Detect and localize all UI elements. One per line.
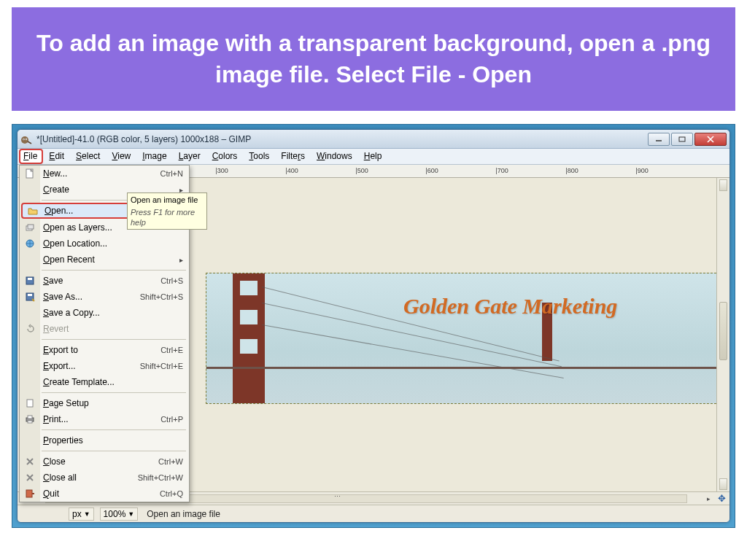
menubar: File Edit Select View Image Layer Colors… <box>18 149 729 165</box>
ruler-label: |600 <box>425 167 438 174</box>
tooltip-hint: Press F1 for more help <box>131 207 204 228</box>
menu-edit[interactable]: Edit <box>43 149 70 164</box>
titlebar: *[Untitled]-41.0 (RGB color, 5 layers) 1… <box>18 130 729 149</box>
svg-rect-17 <box>28 416 32 419</box>
tooltip-open-image: Open an image file Press F1 for more hel… <box>127 192 207 230</box>
svg-rect-9 <box>28 225 34 229</box>
menu-item-shortcut: Shift+Ctrl+E <box>140 362 183 370</box>
save-icon <box>24 275 36 287</box>
tooltip-title: Open an image file <box>131 195 198 204</box>
bridge-tower-graphic <box>233 273 265 404</box>
menu-separator <box>42 451 186 451</box>
gimp-window: *[Untitled]-41.0 (RGB color, 5 layers) 1… <box>17 129 730 523</box>
menu-item-label: Export to <box>43 345 78 355</box>
file-menu-export-to[interactable]: Export toCtrl+E <box>20 342 189 358</box>
menu-item-shortcut: Shift+Ctrl+S <box>140 292 183 301</box>
file-menu-print[interactable]: Print...Ctrl+P <box>20 411 189 427</box>
menu-item-label: New... <box>43 168 67 179</box>
vscroll-thumb[interactable] <box>719 302 727 360</box>
file-menu-open-recent[interactable]: Open Recent <box>20 252 189 268</box>
chevron-down-icon: ▼ <box>84 510 90 518</box>
zoom-selector[interactable]: 100% ▼ <box>100 508 139 521</box>
menu-item-label: Open Recent <box>43 254 95 265</box>
ruler-label: |400 <box>285 167 298 174</box>
layers-icon <box>24 222 36 233</box>
close-button[interactable] <box>694 133 727 146</box>
menu-windows[interactable]: Windows <box>311 149 358 164</box>
menu-separator <box>42 429 186 430</box>
menu-image[interactable]: Image <box>136 149 172 164</box>
menu-item-label: Page Setup <box>43 398 89 408</box>
unit-selector[interactable]: px ▼ <box>69 508 94 521</box>
menu-item-shortcut: Ctrl+E <box>160 346 183 354</box>
svg-rect-19 <box>26 490 32 497</box>
svg-rect-14 <box>28 294 32 296</box>
file-menu-page-setup[interactable]: Page Setup <box>20 395 189 411</box>
bridge-cable <box>262 324 564 378</box>
menu-item-label: Export... <box>43 361 76 371</box>
zoom-value: 100% <box>104 509 126 519</box>
maximize-button[interactable] <box>671 133 693 146</box>
menu-item-shortcut: Ctrl+P <box>160 415 183 424</box>
menu-item-shortcut: Ctrl+Q <box>160 489 183 498</box>
menu-layer[interactable]: Layer <box>173 149 206 164</box>
screenshot-frame: *[Untitled]-41.0 (RGB color, 5 layers) 1… <box>12 124 735 528</box>
file-menu-open-location[interactable]: Open Location... <box>20 236 189 252</box>
window-title: *[Untitled]-41.0 (RGB color, 5 layers) 1… <box>36 134 251 144</box>
menu-help[interactable]: Help <box>358 149 388 164</box>
menu-select[interactable]: Select <box>70 149 106 164</box>
canvas-banner-text: Golden Gate Marketing <box>403 294 617 319</box>
instruction-banner: To add an image with a transparent backg… <box>12 7 735 111</box>
file-menu-quit[interactable]: QuitCtrl+Q <box>20 486 189 502</box>
unit-value: px <box>72 509 82 519</box>
file-menu-properties[interactable]: Properties <box>20 432 189 448</box>
minimize-button[interactable] <box>648 133 670 146</box>
bridge-deck <box>206 367 716 369</box>
svg-point-4 <box>26 139 27 139</box>
hscroll-thumb-label: ⋯ <box>334 493 341 500</box>
vertical-scrollbar[interactable] <box>716 178 729 491</box>
svg-rect-18 <box>28 421 32 423</box>
page-icon <box>24 397 36 409</box>
file-menu-close[interactable]: CloseCtrl+W <box>20 454 189 470</box>
menu-separator <box>42 392 186 393</box>
file-menu-save-as[interactable]: Save As...Shift+Ctrl+S <box>20 289 189 305</box>
file-menu-create-template[interactable]: Create Template... <box>20 374 189 390</box>
menu-tools[interactable]: Tools <box>243 149 275 164</box>
hscroll-right-arrow[interactable]: ▸ <box>702 495 715 502</box>
menu-separator <box>42 339 186 340</box>
svg-point-2 <box>23 139 24 139</box>
file-menu-new[interactable]: New...Ctrl+N <box>20 166 189 182</box>
menu-file[interactable]: File <box>19 149 43 164</box>
globe-icon <box>24 238 36 249</box>
folder-icon <box>27 205 39 217</box>
menu-item-label: Close all <box>43 472 77 483</box>
doc-icon <box>24 168 36 179</box>
saveas-icon <box>24 291 36 303</box>
menu-item-label: Create Template... <box>43 377 115 387</box>
file-menu-save[interactable]: SaveCtrl+S <box>20 273 189 289</box>
file-menu-close-all[interactable]: Close allShift+Ctrl+W <box>20 470 189 486</box>
file-menu-export[interactable]: Export...Shift+Ctrl+E <box>20 358 189 374</box>
menu-item-label: Print... <box>43 414 69 424</box>
file-menu-save-a-copy[interactable]: Save a Copy... <box>20 305 189 321</box>
menu-colors[interactable]: Colors <box>206 149 244 164</box>
ruler-label: |700 <box>495 167 508 174</box>
svg-rect-15 <box>27 400 33 407</box>
menu-item-shortcut: Ctrl+N <box>160 169 183 178</box>
pan-nav-icon[interactable]: ✥ <box>715 492 728 505</box>
print-icon <box>24 413 36 425</box>
menu-item-label: Properties <box>43 435 83 446</box>
file-menu-revert: Revert <box>20 321 189 337</box>
ruler-label: |900 <box>635 167 648 174</box>
menu-item-label: Close <box>43 456 66 467</box>
menu-item-label: Open... <box>44 206 73 216</box>
image-canvas[interactable]: Golden Gate Marketing <box>206 273 716 404</box>
menu-view[interactable]: View <box>106 149 136 164</box>
ruler-label: |500 <box>355 167 368 174</box>
menu-filters[interactable]: Filters <box>275 149 311 164</box>
status-message: Open an image file <box>147 509 220 519</box>
menu-item-shortcut: Ctrl+S <box>160 276 183 285</box>
menu-item-label: Save a Copy... <box>43 308 100 318</box>
x-icon <box>24 472 36 483</box>
